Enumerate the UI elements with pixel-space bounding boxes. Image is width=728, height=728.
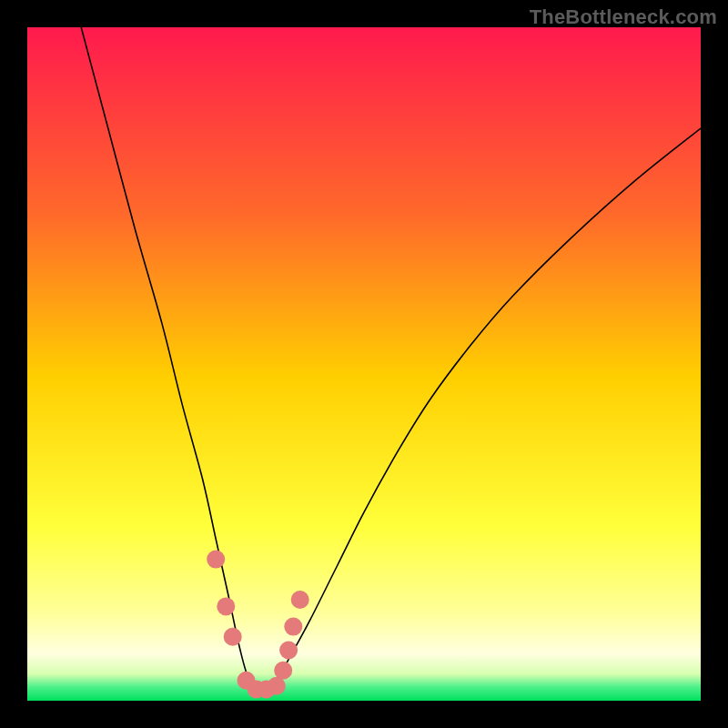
band-pale-yellow: pale-yellow <box>334 592 394 605</box>
highlight-dot-1 <box>217 597 235 615</box>
highlight-dot-0 <box>207 551 225 569</box>
band-cream: cream <box>348 656 380 670</box>
highlight-dot-9 <box>284 618 302 636</box>
highlight-dot-7 <box>274 662 292 680</box>
highlight-dot-10 <box>291 591 309 609</box>
band-green: green <box>349 682 379 696</box>
highlight-dot-8 <box>279 642 298 660</box>
watermark-text: TheBottleneck.com <box>530 5 717 29</box>
band-yellow: yellow <box>348 450 381 464</box>
band-red: red <box>356 104 373 117</box>
plot-area: redorangeyellowpale-yellowcreamgreen <box>27 27 701 701</box>
chart-frame: TheBottleneck.com redorangeye <box>0 0 728 728</box>
highlight-dot-2 <box>224 628 242 646</box>
highlight-dot-6 <box>268 677 286 695</box>
bottleneck-chart: redorangeyellowpale-yellowcreamgreen <box>27 27 701 701</box>
band-orange: orange <box>346 272 382 286</box>
